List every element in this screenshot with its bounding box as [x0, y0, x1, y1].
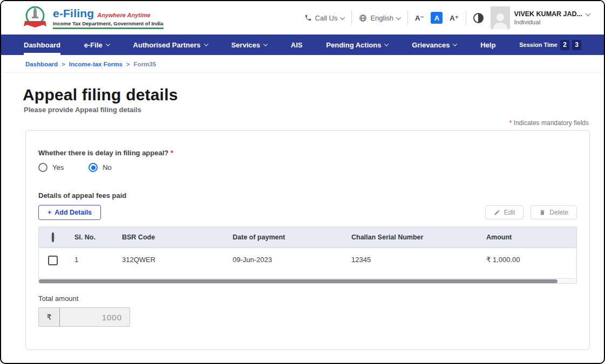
cell-challan-serial-number: 12345 [344, 253, 479, 264]
radio-no-icon[interactable] [89, 163, 98, 172]
scrollbar-thumb[interactable] [39, 279, 558, 283]
mandatory-fields-note: * Indicates mandatory fields [1, 119, 589, 127]
app-header: e-Filing Anywhere Anytime Income Tax Dep… [1, 1, 604, 35]
brand-subtitle: Income Tax Department, Government of Ind… [53, 20, 164, 26]
nav-item-authorised-partners[interactable]: Authorised Partners [133, 35, 208, 55]
breadcrumb-separator: > [62, 61, 65, 67]
nav-item-dashboard[interactable]: Dashboard [24, 35, 60, 55]
call-us-label: Call Us [315, 14, 338, 22]
trash-icon [539, 209, 546, 216]
session-time-label: Session Time [519, 42, 558, 48]
divider [466, 11, 466, 25]
radio-yes-icon[interactable] [38, 163, 47, 172]
session-timer: Session Time 2 3 [519, 35, 581, 55]
globe-icon [359, 14, 367, 22]
cell-amount: ₹ 1,000.00 [479, 253, 576, 264]
col-header-amount: Amount [479, 233, 576, 241]
contrast-toggle-icon[interactable] [473, 13, 484, 23]
chevron-down-icon [453, 42, 457, 46]
total-amount-label: Total amount [38, 294, 577, 303]
cell-bsr-code: 312QWER [114, 253, 225, 264]
user-menu[interactable]: VIVEK KUMAR JAD... Individual [491, 6, 590, 29]
breadcrumb-dashboard[interactable]: Dashboard [25, 61, 58, 67]
chevron-down-icon [396, 15, 402, 20]
chevron-down-icon [203, 42, 208, 46]
user-name: VIVEK KUMAR JAD... [514, 10, 582, 18]
fees-section-label: Details of appeal fees paid [38, 191, 577, 200]
row-checkbox[interactable] [48, 256, 58, 265]
language-menu[interactable]: English [359, 14, 400, 22]
edit-button[interactable]: Edit [485, 205, 524, 219]
income-tax-emblem-icon [23, 5, 47, 31]
session-seconds: 3 [572, 40, 581, 50]
cell-date-of-payment: 09-Jun-2023 [225, 253, 344, 264]
pencil-icon [494, 209, 500, 216]
font-normal-button[interactable]: A [431, 12, 443, 24]
col-header-bsr-code: BSR Code [114, 233, 225, 241]
page-title: Appeal filing details [23, 86, 604, 104]
total-amount-group: ₹ [38, 307, 577, 327]
call-us-menu[interactable]: Call Us [304, 14, 345, 22]
nav-item-ais[interactable]: AIS [291, 35, 303, 55]
select-all-checkbox[interactable] [52, 232, 54, 242]
delete-button[interactable]: Delete [531, 205, 577, 219]
chevron-down-icon [263, 42, 268, 46]
divider [351, 11, 352, 25]
nav-item-grievances[interactable]: Grievances [412, 35, 457, 55]
brand-tagline: Anywhere Anytime [97, 12, 151, 18]
avatar [491, 6, 510, 29]
rupee-symbol-addon: ₹ [38, 307, 60, 327]
fees-table-header: Sl. No. BSR Code Date of payment Challan… [39, 227, 576, 248]
main-navbar: Dashboard e-File Authorised Partners Ser… [1, 35, 604, 55]
breadcrumb-separator: > [126, 61, 130, 67]
table-row: 1 312QWER 09-Jun-2023 12345 ₹ 1,000.00 [39, 248, 576, 278]
page-subtitle: Please provide Appeal filing details [24, 106, 604, 114]
add-details-button[interactable]: + Add Details [38, 205, 101, 220]
radio-option-no[interactable]: No [89, 163, 112, 172]
col-header-challan-serial-number: Challan Serial Number [344, 233, 479, 241]
radio-option-yes[interactable]: Yes [38, 163, 64, 172]
breadcrumb: Dashboard > Income-tax Forms > Form35 [1, 55, 604, 73]
fees-table: Sl. No. BSR Code Date of payment Challan… [38, 226, 577, 284]
appeal-filing-card: Whether there is delay in filing appeal?… [25, 130, 590, 350]
nav-item-services[interactable]: Services [231, 35, 267, 55]
table-horizontal-scrollbar[interactable] [39, 278, 576, 283]
header-controls: Call Us English A⁻ A A⁺ VIVEK KUMAR JAD.… [304, 6, 590, 29]
font-increase-button[interactable]: A⁺ [450, 14, 458, 22]
phone-icon [304, 14, 312, 22]
breadcrumb-form35: Form35 [134, 61, 157, 67]
delay-radio-group: Yes No [38, 163, 577, 172]
divider [407, 11, 408, 25]
breadcrumb-income-tax-forms[interactable]: Income-tax Forms [69, 61, 123, 67]
brand-logo-group: e-Filing Anywhere Anytime Income Tax Dep… [23, 5, 164, 31]
brand-text: e-Filing Anywhere Anytime Income Tax Dep… [53, 7, 164, 29]
nav-item-help[interactable]: Help [480, 35, 495, 55]
chevron-down-icon [586, 11, 591, 16]
col-header-sl-no: Sl. No. [67, 233, 114, 241]
nav-item-pending-actions[interactable]: Pending Actions [326, 35, 388, 55]
col-header-date-of-payment: Date of payment [225, 233, 344, 241]
fees-toolbar: + Add Details Edit Delete [38, 205, 577, 220]
user-type: Individual [514, 19, 590, 25]
session-minutes: 2 [560, 40, 569, 50]
total-amount-input[interactable] [60, 307, 130, 327]
delay-question-label: Whether there is delay in filing appeal?… [38, 149, 577, 157]
language-label: English [370, 14, 393, 22]
plus-icon: + [47, 209, 51, 216]
nav-item-e-file[interactable]: e-File [84, 35, 110, 55]
font-decrease-button[interactable]: A⁻ [415, 14, 424, 22]
chevron-down-icon [340, 15, 345, 20]
brand-name: e-Filing [53, 7, 94, 20]
chevron-down-icon [384, 42, 389, 46]
cell-sl-no: 1 [67, 253, 114, 264]
chevron-down-icon [105, 42, 110, 46]
